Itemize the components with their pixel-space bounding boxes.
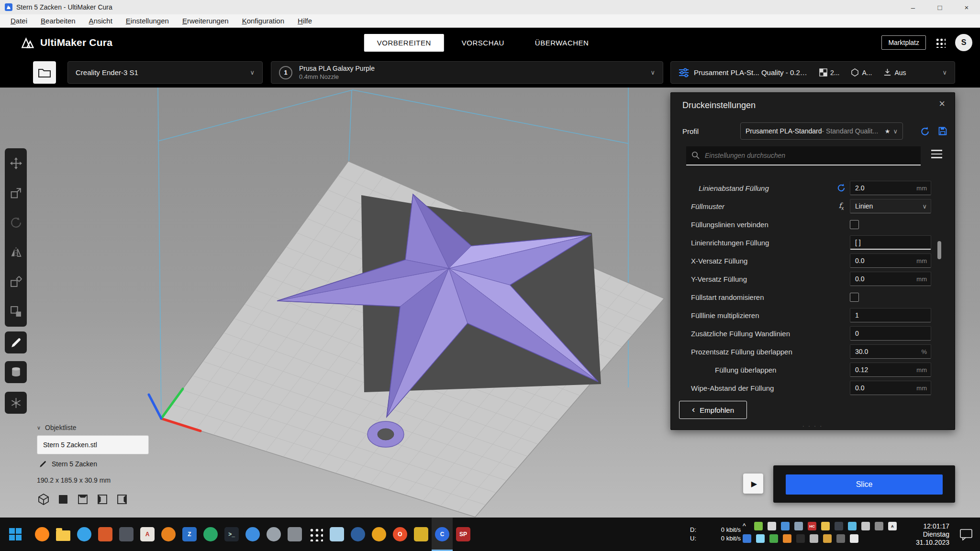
taskbar-app-app-dark[interactable] [116, 518, 137, 551]
tray-icon[interactable] [754, 522, 763, 530]
material-selector[interactable]: 1 Prusa PLA Galaxy Purple 0.4mm Nozzle ∨ [271, 61, 663, 84]
taskbar-app-terminal[interactable]: >_ [221, 518, 242, 551]
taskbar-app-app-badge[interactable] [411, 518, 432, 551]
per-model-settings-tool[interactable] [5, 271, 27, 293]
taskbar-app-app-red-ring[interactable]: O [390, 518, 411, 551]
object-list-panel[interactable]: Stern 5 Zacken.stl [37, 435, 149, 454]
menu-item-erweiterungen[interactable]: Erweiterungen [176, 14, 235, 28]
setting-input[interactable]: 0.12mm [850, 363, 931, 377]
tray-icon[interactable] [743, 534, 751, 543]
taskbar-app-app-gray[interactable] [284, 518, 305, 551]
tab-überwachen[interactable]: ÜBERWACHEN [522, 34, 602, 52]
marker-tool[interactable] [5, 331, 27, 353]
setting-input[interactable]: [ ] [850, 235, 931, 250]
taskbar-app-app-orange[interactable] [95, 518, 116, 551]
setting-input[interactable]: 0.0mm [850, 272, 931, 286]
apps-grid-icon[interactable] [935, 38, 946, 48]
taskbar-app-app-gray-circle[interactable] [263, 518, 284, 551]
close-icon[interactable]: × [939, 98, 945, 110]
taskbar-app-cura[interactable]: C [432, 518, 453, 551]
maximize-button[interactable]: □ [926, 0, 953, 14]
settings-menu-icon[interactable] [931, 150, 942, 158]
tray-icon[interactable] [810, 534, 818, 543]
rotate-tool[interactable] [5, 211, 27, 233]
tab-vorschau[interactable]: VORSCHAU [449, 34, 517, 52]
menu-item-konfiguration[interactable]: Konfiguration [235, 14, 291, 28]
start-button[interactable] [0, 518, 31, 551]
profile-dropdown[interactable]: Prusament PLA-Standard - Standard Qualit… [740, 122, 903, 140]
tray-icon[interactable] [850, 534, 858, 543]
printer-selector[interactable]: Creality Ender-3 S1 ∨ [67, 61, 263, 84]
print-setup-selector[interactable]: Prusament PLA-St... Quality - 0.2mm 2...… [670, 61, 955, 84]
tray-icon[interactable] [768, 522, 776, 530]
mirror-tool[interactable] [5, 242, 27, 264]
settings-search-input[interactable] [705, 152, 916, 159]
marketplace-button[interactable]: Marktplatz [881, 35, 926, 50]
setting-input[interactable]: 1 [850, 308, 931, 322]
setting-dropdown[interactable]: Linien∨ [850, 199, 931, 213]
tray-icon[interactable] [783, 534, 791, 543]
panel-resize-handle[interactable]: ∙ ∙ ∙ ∙ [802, 423, 823, 429]
tray-icon[interactable] [836, 534, 845, 543]
view-left-icon[interactable] [96, 493, 109, 506]
menu-item-einstellungen[interactable]: Einstellungen [119, 14, 176, 28]
slice-button[interactable]: Slice [786, 474, 943, 495]
taskbar-app-app-dot-grid[interactable] [305, 518, 326, 551]
tray-icon[interactable] [756, 534, 765, 543]
view-top-icon[interactable] [76, 493, 89, 506]
setting-input[interactable]: 2.0mm [850, 181, 931, 195]
tray-icon[interactable] [823, 534, 832, 543]
taskbar-app-browser-edge[interactable] [74, 518, 95, 551]
taskbar-app-app-orange-circle[interactable] [158, 518, 179, 551]
tray-icon[interactable]: A [888, 522, 897, 530]
tray-icon[interactable] [821, 522, 830, 530]
setting-checkbox[interactable] [850, 293, 859, 302]
support-blocker-tool[interactable] [5, 301, 27, 323]
tray-icon[interactable] [875, 522, 883, 530]
close-button[interactable]: × [953, 0, 980, 14]
view-right-icon[interactable] [115, 493, 129, 506]
tray-icon[interactable] [794, 522, 803, 530]
setting-input[interactable]: 0.0mm [850, 253, 931, 268]
taskbar-app-browser-firefox[interactable] [32, 518, 53, 551]
tray-icon[interactable] [848, 522, 857, 530]
tray-expand-icon[interactable]: ^ [743, 522, 749, 530]
menu-item-bearbeiten[interactable]: Bearbeiten [34, 14, 82, 28]
taskbar-app-app-sp-red[interactable]: SP [453, 518, 474, 551]
setting-input[interactable]: 0 [850, 326, 931, 341]
custom-supports-tool[interactable] [5, 392, 27, 414]
tray-icon[interactable] [769, 534, 778, 543]
object-list-header[interactable]: ∨ Objektliste [37, 424, 76, 431]
move-tool[interactable] [5, 152, 27, 174]
taskbar-app-app-z-blue[interactable]: Z [179, 518, 200, 551]
recommended-mode-button[interactable]: ‹ Empfohlen [679, 401, 747, 419]
account-avatar[interactable]: S [955, 34, 972, 51]
rename-pencil-icon[interactable] [39, 460, 47, 468]
play-button[interactable]: ▶ [743, 474, 763, 494]
tray-icon[interactable] [796, 534, 805, 543]
menu-item-datei[interactable]: Datei [4, 14, 34, 28]
taskbar-app-app-blue-circle[interactable] [242, 518, 263, 551]
setting-input[interactable]: 0.0mm [850, 381, 931, 395]
tab-vorbereiten[interactable]: VORBEREITEN [364, 34, 444, 52]
taskbar-app-app-navy[interactable] [347, 518, 368, 551]
formula-fx-icon[interactable]: fx [839, 201, 844, 211]
view-3d-icon[interactable] [37, 493, 50, 506]
tray-icon[interactable] [861, 522, 870, 530]
open-file-button[interactable] [33, 61, 56, 84]
taskbar-app-app-gold[interactable] [368, 518, 390, 551]
taskbar-app-app-a-red[interactable]: A [137, 518, 158, 551]
taskbar-clock[interactable]: 12:01:17 Dienstag 31.10.2023 [905, 522, 949, 547]
profile-reset-icon[interactable] [920, 126, 930, 139]
menu-item-ansicht[interactable]: Ansicht [82, 14, 119, 28]
tray-icon[interactable] [781, 522, 790, 530]
tray-icon[interactable]: HC [808, 522, 816, 530]
notification-center-icon[interactable] [960, 529, 972, 542]
tray-icon[interactable] [835, 522, 843, 530]
scale-tool[interactable] [5, 182, 27, 204]
setting-input[interactable]: 30.0% [850, 344, 931, 359]
setting-checkbox[interactable] [850, 220, 859, 229]
profile-save-icon[interactable] [938, 126, 947, 138]
taskbar-app-app-green[interactable] [200, 518, 221, 551]
taskbar-app-file-explorer[interactable] [53, 518, 74, 551]
